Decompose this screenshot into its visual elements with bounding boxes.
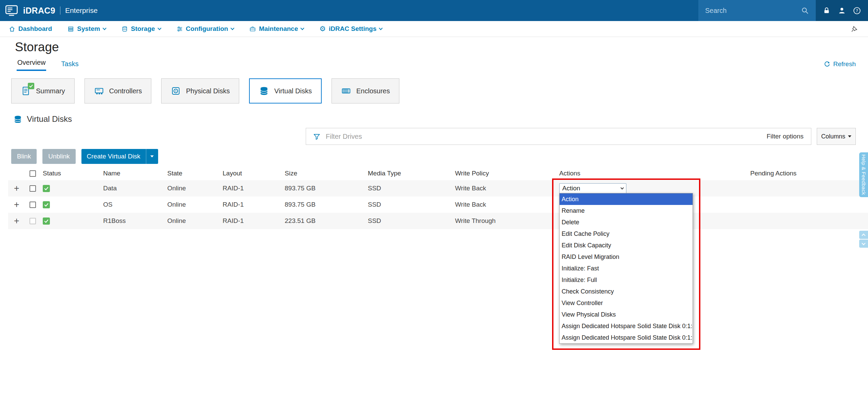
unblink-button[interactable]: Unblink (42, 149, 75, 164)
tabs-row: Overview Tasks Refresh (17, 59, 856, 71)
header-layout: Layout (220, 167, 282, 180)
page-title: Storage (15, 40, 868, 54)
maintenance-icon (249, 26, 256, 32)
chevron-down-icon (230, 26, 234, 30)
nav-item-storage[interactable]: Storage (121, 25, 161, 33)
blink-button[interactable]: Blink (11, 149, 37, 164)
virtual-disks-table: Status Name State Layout Size Media Type… (8, 167, 868, 229)
nav-item-idrac-settings[interactable]: ⚙ iDRAC Settings (319, 25, 382, 33)
action-menu-item[interactable]: Delete (560, 216, 693, 228)
cell-state: Online (167, 217, 186, 224)
actions-select[interactable]: Action (559, 183, 626, 194)
topbar-right: ? (698, 0, 868, 21)
columns-dropdown-button[interactable]: Columns (817, 128, 856, 145)
header-state: State (165, 167, 220, 180)
scroll-down-button[interactable] (859, 240, 868, 248)
idrac-logo-icon (5, 4, 18, 17)
filter-options-link[interactable]: Filter options (767, 133, 804, 140)
expand-row-button[interactable]: + (14, 184, 19, 193)
scroll-up-button[interactable] (859, 231, 868, 239)
help-feedback-tab[interactable]: Help & Feedback (859, 152, 868, 197)
row-checkbox[interactable] (30, 185, 36, 192)
cell-state: Online (167, 185, 186, 192)
cell-layout: RAID-1 (223, 185, 244, 192)
row-checkbox[interactable] (30, 202, 36, 208)
create-virtual-disk-label: Create Virtual Disk (81, 153, 146, 160)
cell-size: 893.75 GB (285, 185, 316, 192)
header-pending-actions: Pending Actions (748, 167, 868, 180)
header-media-type: Media Type (365, 167, 452, 180)
create-virtual-disk-button[interactable]: Create Virtual Disk (81, 149, 158, 164)
action-menu-item[interactable]: View Controller (560, 297, 693, 309)
nav-item-configuration[interactable]: Configuration (176, 25, 234, 33)
cell-layout: RAID-1 (223, 201, 244, 208)
action-menu-item[interactable]: Edit Cache Policy (560, 228, 693, 240)
table-header-row: Status Name State Layout Size Media Type… (8, 167, 868, 180)
search-box[interactable] (698, 0, 816, 21)
card-controllers[interactable]: Controllers (84, 78, 152, 103)
nav-label: Maintenance (259, 25, 298, 33)
create-virtual-disk-split[interactable] (146, 149, 158, 164)
card-label: Enclosures (356, 87, 390, 95)
refresh-icon (824, 61, 830, 68)
select-all-checkbox[interactable] (30, 170, 36, 177)
filter-drives-input[interactable] (326, 133, 767, 140)
card-virtual-disks[interactable]: Virtual Disks (249, 78, 322, 103)
expand-row-button[interactable]: + (14, 216, 19, 226)
filter-drives-box[interactable]: Filter options (306, 128, 811, 145)
nav-label: Dashboard (18, 25, 52, 33)
help-button[interactable]: ? (853, 6, 861, 15)
action-menu-item[interactable]: Rename (560, 205, 693, 216)
virtual-disks-icon (259, 86, 269, 96)
section-title: Virtual Disks (27, 114, 72, 124)
action-menu-item[interactable]: Action (560, 193, 693, 205)
gear-icon: ⚙ (319, 25, 326, 33)
nav-item-system[interactable]: System (68, 25, 106, 33)
lock-icon (823, 6, 831, 15)
action-menu-item[interactable]: Initialize: Fast (560, 263, 693, 274)
chevron-up-icon (862, 233, 865, 237)
refresh-label: Refresh (833, 60, 856, 68)
search-icon[interactable] (801, 6, 809, 15)
action-menu-item[interactable]: Assign Dedicated Hotspare Solid State Di… (560, 320, 693, 332)
header-expand (8, 167, 25, 180)
header-size: Size (282, 167, 365, 180)
topbar-icons: ? (816, 0, 868, 21)
tab-tasks[interactable]: Tasks (60, 60, 79, 71)
status-ok-icon (43, 218, 50, 225)
summary-icon-wrap (21, 86, 31, 96)
pin-icon (851, 25, 858, 33)
physical-disks-icon (171, 86, 181, 96)
action-menu-item[interactable]: Edit Disk Capacity (560, 240, 693, 251)
brand: iDRAC9 Enterprise (0, 4, 98, 17)
table-row: + Data Online RAID-1 893.75 GB SSD Write… (8, 180, 868, 196)
virtual-disks-section-header: Virtual Disks (13, 114, 868, 125)
search-input[interactable] (705, 7, 790, 15)
header-actions: Actions (556, 167, 748, 180)
tab-overview[interactable]: Overview (17, 59, 46, 71)
cell-layout: RAID-1 (223, 217, 244, 224)
card-label: Physical Disks (186, 87, 230, 95)
card-summary[interactable]: Summary (11, 78, 75, 103)
lock-button[interactable] (823, 6, 831, 15)
cell-write-policy: Write Back (455, 201, 486, 208)
vd-toolbar: Blink Unblink Create Virtual Disk (11, 149, 868, 164)
action-menu-item[interactable]: View Physical Disks (560, 309, 693, 320)
nav-label: Configuration (186, 25, 228, 33)
action-menu-item[interactable]: Initialize: Full (560, 274, 693, 286)
action-menu-item[interactable]: Assign Dedicated Hotspare Solid State Di… (560, 332, 693, 343)
cell-name: Data (103, 185, 117, 192)
cell-write-policy: Write Back (455, 185, 486, 192)
cell-media-type: SSD (368, 217, 381, 224)
pin-button[interactable] (851, 25, 858, 33)
cell-state: Online (167, 201, 186, 208)
card-enclosures[interactable]: Enclosures (332, 78, 399, 103)
nav-item-dashboard[interactable]: Dashboard (9, 25, 52, 33)
user-button[interactable] (838, 6, 846, 15)
nav-item-maintenance[interactable]: Maintenance (249, 25, 304, 33)
expand-row-button[interactable]: + (14, 200, 19, 209)
refresh-button[interactable]: Refresh (824, 60, 856, 71)
action-menu-item[interactable]: Check Consistency (560, 286, 693, 297)
card-physical-disks[interactable]: Physical Disks (161, 78, 239, 103)
action-menu-item[interactable]: RAID Level Migration (560, 251, 693, 263)
